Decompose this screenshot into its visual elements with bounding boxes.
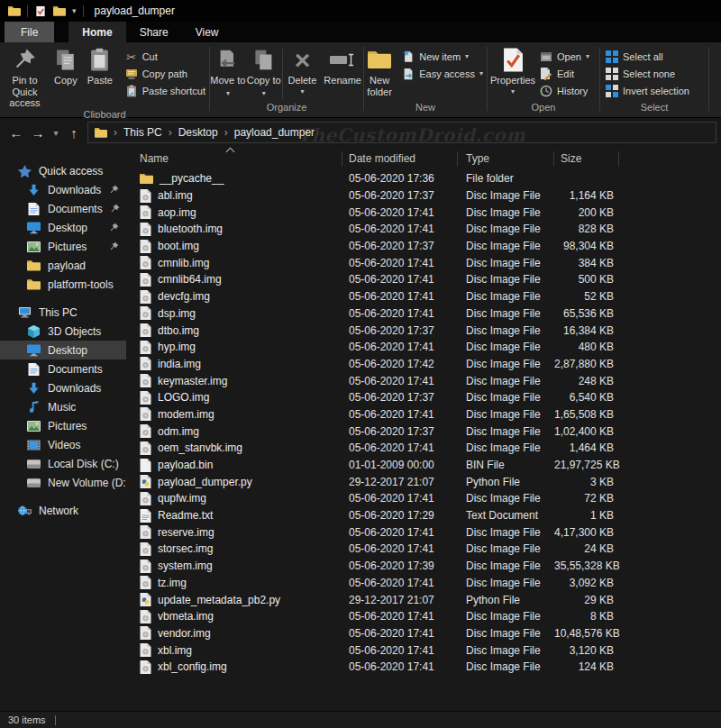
file-row[interactable]: storsec.img05-06-2020 17:41Disc Image Fi…	[126, 541, 721, 558]
quick-access-toolbar-caret-icon[interactable]: ▾	[72, 7, 77, 15]
tab-view[interactable]: View	[182, 22, 233, 42]
file-row[interactable]: tz.img05-06-2020 17:41Disc Image File3,0…	[126, 575, 721, 592]
sidebar-item-desktop[interactable]: Desktop	[0, 341, 126, 359]
file-row[interactable]: devcfg.img05-06-2020 17:41Disc Image Fil…	[126, 288, 721, 305]
disc-icon	[140, 626, 151, 640]
file-row[interactable]: dtbo.img05-06-2020 17:37Disc Image File1…	[126, 322, 721, 339]
file-row[interactable]: vbmeta.img05-06-2020 17:41Disc Image Fil…	[126, 608, 721, 625]
file-row[interactable]: xbl_config.img05-06-2020 17:41Disc Image…	[126, 659, 721, 676]
sidebar-item-network[interactable]: Network	[0, 501, 126, 520]
properties-check-icon[interactable]	[34, 5, 47, 17]
file-row[interactable]: qupfw.img05-06-2020 17:41Disc Image File…	[126, 490, 721, 507]
file-row[interactable]: Readme.txt05-06-2020 17:29Text Document1…	[126, 507, 721, 524]
sidebar-item-downloads[interactable]: Downloads	[0, 378, 126, 397]
sidebar-item-videos[interactable]: Videos	[0, 435, 126, 454]
pin-to-quick-access-button[interactable]: Pin to Quick access	[0, 45, 50, 109]
sidebar-item-3d-objects[interactable]: 3D Objects	[0, 322, 126, 341]
sidebar-item-music[interactable]: Music	[0, 397, 126, 416]
file-date-modified: 05-06-2020 17:42	[342, 358, 458, 370]
file-type: Python File	[458, 594, 554, 606]
file-row[interactable]: india.img05-06-2020 17:42Disc Image File…	[126, 356, 721, 373]
recent-locations-caret-icon[interactable]: ▾	[49, 128, 63, 138]
select-all-button[interactable]: Select all	[606, 50, 689, 64]
file-row[interactable]: keymaster.img05-06-2020 17:41Disc Image …	[126, 372, 721, 389]
open-button[interactable]: Open ▾	[540, 50, 589, 64]
folder-icon[interactable]	[8, 5, 21, 17]
edit-button[interactable]: Edit	[540, 67, 589, 81]
file-row[interactable]: payload.bin01-01-2009 00:00BIN File21,97…	[126, 457, 721, 474]
file-date-modified: 05-06-2020 17:41	[342, 526, 458, 539]
forward-button[interactable]: →	[27, 125, 49, 141]
sidebar-item-quick-access[interactable]: Quick access	[0, 161, 126, 180]
delete-button[interactable]: × Delete ▾	[283, 45, 323, 96]
file-row[interactable]: payload_dumper.py29-12-2017 21:07Python …	[126, 473, 721, 490]
file-row[interactable]: reserve.img05-06-2020 17:41Disc Image Fi…	[126, 523, 721, 541]
copy-path-button[interactable]: Copy path	[125, 67, 205, 81]
file-row[interactable]: abl.img05-06-2020 17:37Disc Image File1,…	[126, 187, 721, 205]
column-header-date-modified[interactable]: Date modified	[342, 151, 458, 167]
new-folder-button[interactable]: New folder	[364, 45, 395, 97]
download-icon	[27, 184, 41, 196]
tab-home[interactable]: Home	[68, 22, 125, 42]
file-row[interactable]: aop.img05-06-2020 17:41Disc Image File20…	[126, 204, 721, 221]
file-row[interactable]: bluetooth.img05-06-2020 17:41Disc Image …	[126, 221, 721, 238]
file-row[interactable]: hyp.img05-06-2020 17:41Disc Image File48…	[126, 339, 721, 356]
invert-selection-button[interactable]: Invert selection	[606, 84, 689, 98]
column-header-size[interactable]: Size	[554, 151, 619, 167]
file-row[interactable]: xbl.img05-06-2020 17:41Disc Image File3,…	[126, 642, 721, 659]
sidebar-item-platform-tools[interactable]: platform-tools	[0, 275, 126, 294]
move-to-button[interactable]: Move to ▾	[210, 45, 246, 97]
file-name: reserve.img	[158, 526, 214, 539]
file-row[interactable]: modem.img05-06-2020 17:41Disc Image File…	[126, 406, 721, 423]
sidebar-item-documents[interactable]: Documents	[0, 199, 126, 218]
easy-access-button[interactable]: Easy access ▾	[402, 67, 483, 81]
file-row[interactable]: boot.img05-06-2020 17:37Disc Image File9…	[126, 238, 721, 255]
disc-icon	[140, 525, 151, 539]
file-row[interactable]: dsp.img05-06-2020 17:41Disc Image File65…	[126, 305, 721, 323]
copy-button[interactable]: Copy	[50, 45, 82, 86]
file-row[interactable]: LOGO.img05-06-2020 17:37Disc Image File6…	[126, 389, 721, 406]
sidebar-item-documents[interactable]: Documents	[0, 359, 126, 378]
sidebar-item-local-disk-c-[interactable]: Local Disk (C:)	[0, 454, 126, 473]
cut-button[interactable]: ✂ Cut	[125, 50, 205, 64]
file-row[interactable]: cmnlib.img05-06-2020 17:41Disc Image Fil…	[126, 254, 721, 271]
folder-icon[interactable]	[53, 5, 66, 17]
tab-file[interactable]: File	[5, 22, 54, 42]
address-box[interactable]: › This PC › Desktop › payload_dumper	[87, 122, 716, 143]
file-date-modified: 05-06-2020 17:37	[342, 425, 458, 438]
paste-shortcut-button[interactable]: Paste shortcut	[125, 84, 205, 98]
sidebar-item-desktop[interactable]: Desktop	[0, 218, 126, 237]
sidebar-item-this-pc[interactable]: This PC	[0, 303, 126, 322]
breadcrumb-this-pc[interactable]: This PC	[123, 126, 162, 139]
breadcrumb-payload-dumper[interactable]: payload_dumper	[234, 126, 315, 139]
back-button[interactable]: ←	[5, 125, 27, 141]
breadcrumb-desktop[interactable]: Desktop	[178, 126, 218, 139]
select-none-button[interactable]: Select none	[606, 67, 689, 81]
file-row[interactable]: vendor.img05-06-2020 17:41Disc Image Fil…	[126, 625, 721, 642]
sidebar-item-new-volume-d-[interactable]: New Volume (D:)	[0, 473, 126, 492]
column-header-type[interactable]: Type	[458, 151, 554, 167]
file-row[interactable]: odm.img05-06-2020 17:37Disc Image File1,…	[126, 423, 721, 440]
sidebar-item-downloads[interactable]: Downloads	[0, 180, 126, 199]
rename-button[interactable]: Rename	[322, 45, 363, 86]
file-size: 72 KB	[554, 492, 619, 505]
copy-to-button[interactable]: Copy to ▾	[246, 45, 282, 97]
file-type: Disc Image File	[458, 290, 554, 303]
file-row[interactable]: system.img05-06-2020 17:39Disc Image Fil…	[126, 558, 721, 575]
sidebar-item-payload[interactable]: payload	[0, 256, 126, 275]
up-button[interactable]: ↑	[63, 125, 85, 141]
properties-button[interactable]: Properties ▾	[488, 45, 538, 96]
file-type: Disc Image File	[458, 223, 554, 235]
file-row[interactable]: __pycache__05-06-2020 17:36File folder	[126, 170, 721, 187]
history-button[interactable]: History	[540, 84, 589, 98]
ribbon-tab-bar: File Home Share View	[0, 22, 721, 42]
sidebar-item-pictures[interactable]: Pictures	[0, 237, 126, 256]
sidebar-item-pictures[interactable]: Pictures	[0, 416, 126, 435]
file-row[interactable]: update_metadata_pb2.py29-12-2017 21:07Py…	[126, 591, 721, 608]
file-row[interactable]: oem_stanvbk.img05-06-2020 17:41Disc Imag…	[126, 440, 721, 457]
paste-button[interactable]: Paste	[82, 45, 118, 86]
tab-share[interactable]: Share	[126, 22, 182, 42]
new-item-button[interactable]: New item ▾	[402, 50, 483, 64]
column-header-name[interactable]: Name	[126, 151, 342, 167]
file-row[interactable]: cmnlib64.img05-06-2020 17:41Disc Image F…	[126, 271, 721, 288]
